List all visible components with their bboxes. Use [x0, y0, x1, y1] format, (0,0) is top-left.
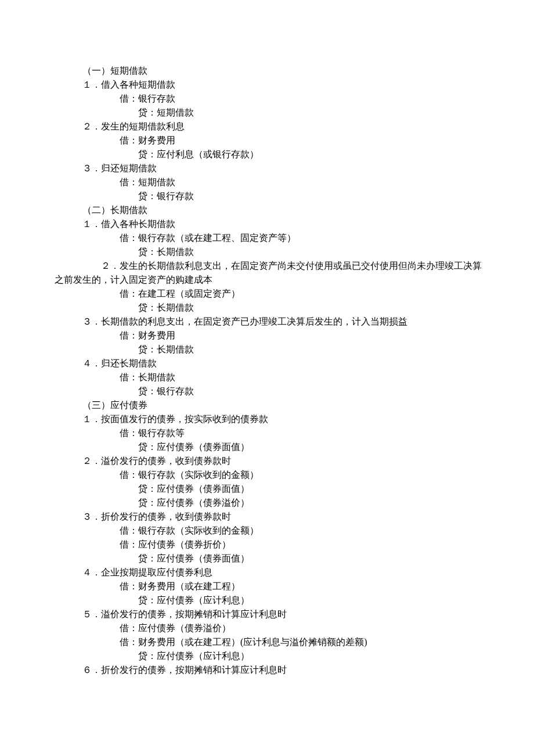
- journal-debit: 借：财务费用: [0, 134, 534, 147]
- item-title: １．借入各种长期借款: [0, 217, 534, 231]
- section-heading-1: （一）短期借款: [0, 64, 534, 78]
- journal-credit: 贷：银行存款: [0, 189, 534, 203]
- journal-credit: 贷：应付债券（债券面值）: [0, 482, 534, 496]
- journal-credit: 贷：长期借款: [0, 245, 534, 259]
- item-title: ４．归还长期借款: [0, 357, 534, 370]
- document-page: （一）短期借款 １．借入各种短期借款 借：银行存款 贷：短期借款 ２．发生的短期…: [0, 0, 534, 756]
- journal-debit: 借：应付债券（债券折价）: [0, 538, 534, 552]
- item-title: １．按面值发行的债券，按实际收到的债券款: [0, 412, 534, 426]
- journal-debit: 借：银行存款等: [0, 426, 534, 440]
- journal-credit: 贷：应付债券（债券面值）: [0, 440, 534, 454]
- item-title: ３．折价发行的债券，收到债券款时: [0, 510, 534, 524]
- journal-debit: 借：财务费用: [0, 329, 534, 343]
- item-title: ２．发生的短期借款利息: [0, 120, 534, 134]
- item-title-line2: 之前发生的，计入固定资产的购建成本: [0, 273, 534, 287]
- item-title: １．借入各种短期借款: [0, 78, 534, 92]
- journal-debit: 借：银行存款（实际收到的金额）: [0, 468, 534, 482]
- journal-debit: 借：应付债券（债券溢价）: [0, 621, 534, 635]
- journal-debit: 借：财务费用（或在建工程）: [0, 579, 534, 593]
- journal-credit: 贷：应付债券（债券溢价）: [0, 496, 534, 510]
- item-title: ６．折价发行的债券，按期摊销和计算应计利息时: [0, 663, 534, 677]
- item-title: ２．溢价发行的债券，收到债券款时: [0, 454, 534, 468]
- journal-credit: 贷：应付债券（应计利息）: [0, 593, 534, 607]
- journal-credit: 贷：应付债券（应计利息）: [0, 649, 534, 663]
- item-title-line1: ２．发生的长期借款利息支出，在固定资产尚未交付使用或虽已交付使用但尚未办理竣工决…: [0, 259, 534, 273]
- item-title: ３．归还短期借款: [0, 161, 534, 175]
- journal-debit: 借：短期借款: [0, 175, 534, 189]
- journal-debit: 借：长期借款: [0, 370, 534, 384]
- journal-debit: 借：银行存款（实际收到的金额）: [0, 524, 534, 538]
- item-title: ５．溢价发行的债券，按期摊销和计算应计利息时: [0, 607, 534, 621]
- section-heading-2: （二）长期借款: [0, 203, 534, 217]
- journal-debit: 借：银行存款（或在建工程、固定资产等）: [0, 231, 534, 245]
- journal-credit: 贷：长期借款: [0, 301, 534, 315]
- journal-debit: 借：财务费用（或在建工程）(应计利息与溢价摊销额的差额): [0, 635, 534, 649]
- item-title: ４．企业按期提取应付债券利息: [0, 566, 534, 579]
- journal-credit: 贷：银行存款: [0, 384, 534, 398]
- journal-credit: 贷：长期借款: [0, 343, 534, 357]
- journal-credit: 贷：应付债券（债券面值）: [0, 552, 534, 566]
- journal-debit: 借：银行存款: [0, 92, 534, 106]
- journal-debit: 借：在建工程（或固定资产）: [0, 287, 534, 301]
- journal-credit: 贷：短期借款: [0, 106, 534, 120]
- item-title: ３．长期借款的利息支出，在固定资产已办理竣工决算后发生的，计入当期损益: [0, 315, 534, 329]
- journal-credit: 贷：应付利息（或银行存款）: [0, 147, 534, 161]
- section-heading-3: （三）应付债券: [0, 398, 534, 412]
